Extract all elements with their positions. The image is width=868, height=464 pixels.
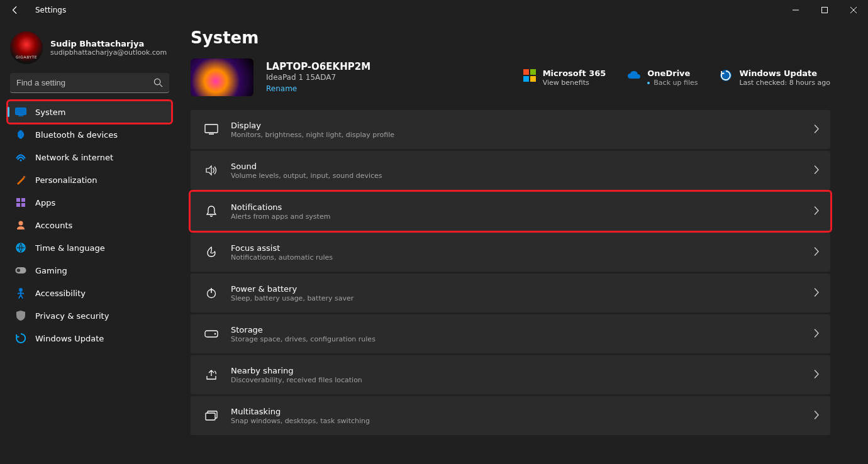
row-title: Power & battery — [231, 284, 801, 294]
row-title: Display — [231, 121, 801, 130]
svg-rect-6 — [16, 108, 26, 115]
svg-rect-7 — [18, 116, 23, 117]
card-onedrive[interactable]: OneDriveBack up files — [627, 69, 698, 87]
nav-icon — [15, 106, 26, 118]
nav-icon — [15, 265, 26, 276]
nav-icon — [15, 197, 26, 208]
user-profile[interactable]: GIGABYTE Sudip Bhattacharjya sudipbhatta… — [8, 26, 172, 73]
svg-line-5 — [160, 84, 162, 87]
card-windows-update[interactable]: Windows UpdateLast checked: 8 hours ago — [719, 69, 830, 87]
sidebar-item-time-language[interactable]: Time & language — [8, 236, 172, 259]
sidebar-item-label: Accessibility — [35, 289, 86, 298]
device-thumbnail — [191, 58, 253, 96]
chevron-right-icon — [814, 165, 819, 177]
sidebar-item-label: Network & internet — [35, 153, 113, 162]
row-desc: Snap windows, desktops, task switching — [231, 417, 801, 425]
chevron-right-icon — [814, 246, 819, 258]
sidebar-item-label: Windows Update — [35, 334, 104, 343]
sidebar-item-bluetooth-devices[interactable]: Bluetooth & devices — [8, 123, 172, 146]
chevron-right-icon — [814, 410, 819, 422]
sidebar-item-network-internet[interactable]: Network & internet — [8, 146, 172, 168]
row-sound[interactable]: Sound Volume levels, output, input, soun… — [191, 151, 830, 190]
svg-rect-13 — [21, 203, 25, 207]
sidebar-item-label: Accounts — [35, 221, 72, 230]
user-name: Sudip Bhattacharjya — [50, 39, 167, 48]
svg-point-14 — [19, 221, 23, 226]
row-icon — [204, 409, 218, 423]
sidebar-item-label: Apps — [35, 198, 55, 207]
svg-point-4 — [154, 79, 160, 84]
titlebar: Settings — [0, 0, 868, 20]
rename-link[interactable]: Rename — [266, 84, 297, 93]
nav-icon — [15, 287, 26, 299]
onedrive-sub: Back up files — [647, 79, 698, 87]
row-icon — [204, 368, 218, 382]
row-title: Multitasking — [231, 407, 801, 416]
nav-icon — [15, 333, 26, 344]
svg-rect-21 — [205, 124, 218, 133]
sidebar-item-system[interactable]: System — [8, 101, 172, 123]
svg-point-26 — [214, 333, 216, 334]
sidebar-item-windows-update[interactable]: Windows Update — [8, 327, 172, 350]
svg-rect-12 — [16, 203, 20, 207]
row-focus-assist[interactable]: Focus assist Notifications, automatic ru… — [191, 233, 830, 272]
svg-point-17 — [17, 268, 20, 272]
cloud-cards: Microsoft 365View benefits OneDriveBack … — [523, 69, 830, 87]
sidebar-item-privacy-security[interactable]: Privacy & security — [8, 304, 172, 327]
sidebar-item-gaming[interactable]: Gaming — [8, 259, 172, 282]
chevron-right-icon — [814, 369, 819, 381]
avatar-brand: GIGABYTE — [16, 55, 37, 59]
onedrive-title: OneDrive — [647, 69, 698, 78]
device-model: IdeaPad 1 15ADA7 — [266, 73, 370, 82]
sidebar-item-label: Personalization — [35, 175, 97, 185]
row-multitasking[interactable]: Multitasking Snap windows, desktops, tas… — [191, 396, 830, 435]
row-title: Sound — [231, 162, 801, 171]
row-nearby-sharing[interactable]: Nearby sharing Discoverability, received… — [191, 355, 830, 394]
close-button[interactable] — [839, 0, 868, 20]
row-desc: Monitors, brightness, night light, displ… — [231, 131, 801, 139]
row-notifications[interactable]: Notifications Alerts from apps and syste… — [191, 192, 830, 231]
device-name: LAPTOP-O6EKHP2M — [266, 61, 370, 72]
sidebar-item-label: System — [35, 108, 65, 117]
row-title: Notifications — [231, 202, 801, 212]
back-button[interactable] — [6, 1, 24, 19]
sidebar-item-accessibility[interactable]: Accessibility — [8, 282, 172, 304]
row-desc: Notifications, automatic rules — [231, 253, 801, 262]
page-title: System — [191, 28, 830, 47]
wu-title: Windows Update — [739, 69, 830, 78]
sidebar-item-label: Bluetooth & devices — [35, 130, 118, 140]
search-wrap — [10, 73, 169, 93]
settings-rows: Display Monitors, brightness, night ligh… — [191, 110, 830, 435]
sidebar-item-label: Time & language — [35, 243, 105, 253]
row-storage[interactable]: Storage Storage space, drives, configura… — [191, 314, 830, 353]
nav-icon — [15, 129, 26, 140]
chevron-right-icon — [814, 124, 819, 136]
row-icon — [204, 245, 218, 259]
svg-point-18 — [19, 288, 23, 292]
chevron-right-icon — [814, 287, 819, 299]
svg-rect-11 — [21, 198, 25, 202]
svg-point-8 — [20, 160, 22, 162]
sidebar-item-personalization[interactable]: Personalization — [8, 168, 172, 191]
svg-rect-10 — [16, 198, 20, 202]
row-display[interactable]: Display Monitors, brightness, night ligh… — [191, 110, 830, 149]
nav-icon — [15, 310, 26, 321]
maximize-button[interactable] — [810, 0, 839, 20]
minimize-button[interactable] — [781, 0, 810, 20]
user-email: sudipbhattacharjya@outlook.com — [50, 48, 167, 57]
device-row: LAPTOP-O6EKHP2M IdeaPad 1 15ADA7 Rename … — [191, 58, 830, 96]
row-title: Storage — [231, 325, 801, 334]
row-title: Focus assist — [231, 243, 801, 253]
row-power-battery[interactable]: Power & battery Sleep, battery usage, ba… — [191, 273, 830, 312]
row-desc: Discoverability, received files location — [231, 376, 801, 384]
card-microsoft-365[interactable]: Microsoft 365View benefits — [523, 69, 606, 87]
m365-title: Microsoft 365 — [543, 69, 606, 78]
chevron-right-icon — [814, 206, 819, 218]
search-input[interactable] — [10, 73, 169, 93]
search-icon — [153, 78, 163, 87]
nav-icon — [15, 242, 26, 253]
row-desc: Volume levels, output, input, sound devi… — [231, 172, 801, 180]
sidebar-item-accounts[interactable]: Accounts — [8, 214, 172, 236]
sidebar-item-apps[interactable]: Apps — [8, 191, 172, 214]
wu-sub: Last checked: 8 hours ago — [739, 79, 830, 87]
